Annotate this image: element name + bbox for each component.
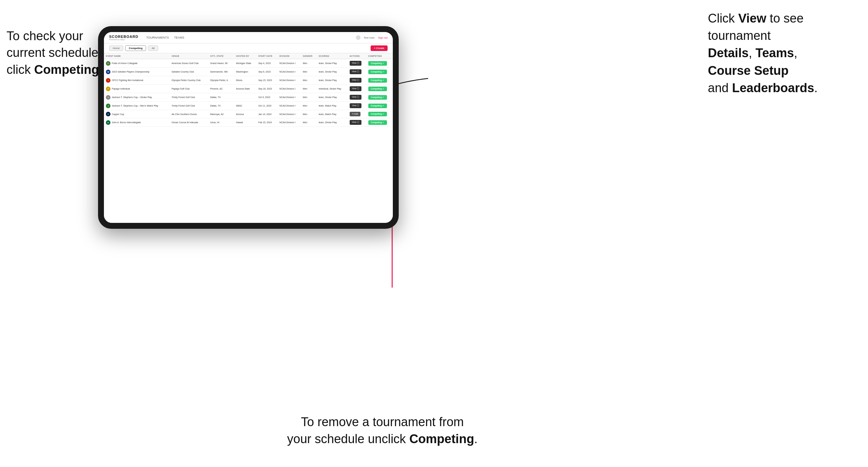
competing-button[interactable]: Competing ✓ xyxy=(368,78,387,83)
ann-details-bold: Details xyxy=(708,46,749,60)
cell-scoring: team, Stroke Play xyxy=(317,76,347,85)
cell-start-date: Sep 15, 2023 xyxy=(256,76,277,85)
create-button[interactable]: + Create xyxy=(371,45,388,51)
table-row: P Papago Individual Papago Golf Club Pho… xyxy=(104,85,393,93)
cell-event-name: H John A. Burns Intercollegiate xyxy=(104,118,169,127)
cell-event-name: F Folds of Honor Collegiate xyxy=(104,59,169,68)
view-button[interactable]: View ⓘ xyxy=(350,69,362,74)
cell-competing: Competing ✓ xyxy=(366,59,393,68)
filter-competing-button[interactable]: Competing xyxy=(125,45,146,51)
cell-scoring: team, Match Play xyxy=(317,102,347,110)
competing-button[interactable]: Competing ✓ xyxy=(368,103,387,108)
cell-hosted-by: Arizona State xyxy=(234,85,256,93)
cell-hosted-by: Arizona xyxy=(234,110,256,118)
cell-city: Maricopa, AZ xyxy=(208,110,234,118)
cell-city: Phoenix, AZ xyxy=(208,85,234,93)
event-name-text: Copper Cup xyxy=(112,113,124,115)
cell-city: Dallas, TX xyxy=(208,93,234,102)
cell-hosted-by xyxy=(234,93,256,102)
filter-bar: Home Competing All + Create xyxy=(104,43,393,53)
cell-actions: View ⓘ xyxy=(348,68,366,76)
competing-button[interactable]: Competing ✓ xyxy=(368,95,387,100)
cell-venue: Sahalee Country Club xyxy=(169,68,208,76)
view-button[interactable]: View ⓘ xyxy=(350,103,362,108)
competing-button[interactable]: Competing ✓ xyxy=(368,70,387,74)
view-button[interactable]: View ⓘ xyxy=(350,95,362,100)
logo-subtitle: Powered by clippi xyxy=(109,38,138,40)
cell-actions: View ⓘ xyxy=(348,76,366,85)
edit-button[interactable]: ✎ Edit xyxy=(350,112,361,116)
ann-bottom-competing: Competing xyxy=(409,432,474,446)
col-event-name: EVENT NAME xyxy=(104,53,169,59)
right-annotation: Click View to see tournament Details, Te… xyxy=(708,10,858,97)
logo-title: SCOREBOARD xyxy=(109,35,138,38)
nav-signout[interactable]: Sign out xyxy=(378,36,388,39)
col-city-state: CITY, STATE xyxy=(208,53,234,59)
cell-scoring: team, Stroke Play xyxy=(317,118,347,127)
tablet-screen: SCOREBOARD Powered by clippi TOURNAMENTS… xyxy=(104,32,393,223)
table-row: A Copper Cup Ak-Chin Southern Dunes Mari… xyxy=(104,110,393,118)
table-row: H John A. Burns Intercollegiate Ocean Co… xyxy=(104,118,393,127)
table-row: F Folds of Honor Collegiate American Dun… xyxy=(104,59,393,68)
filter-home-button[interactable]: Home xyxy=(109,45,123,51)
cell-start-date: Sep 18, 2023 xyxy=(256,85,277,93)
ann-leaderboards-bold: Leaderboards xyxy=(732,81,814,95)
nav-right: Test User Sign out xyxy=(356,35,388,40)
view-button[interactable]: View ⓘ xyxy=(350,61,362,66)
ann-coursesetup-bold: Course Setup xyxy=(708,64,788,77)
cell-hosted-by: ABAC xyxy=(234,102,256,110)
cell-venue: Trinity Forest Golf Club xyxy=(169,102,208,110)
cell-event-name: W 2023 Sahalee Players Championship xyxy=(104,68,169,76)
cell-hosted-by: Illinois xyxy=(234,76,256,85)
cell-hosted-by: Washington xyxy=(234,68,256,76)
cell-gender: Men xyxy=(301,110,317,118)
table-row: J Jackson T. Stephens Cup – Stroke Play … xyxy=(104,93,393,102)
view-button[interactable]: View ⓘ xyxy=(350,120,362,125)
cell-city: Olympia Fields, IL xyxy=(208,76,234,85)
cell-division: NCAA Division I xyxy=(277,93,301,102)
competing-button[interactable]: Competing ✓ xyxy=(368,87,387,91)
annotation-line3: click xyxy=(6,63,34,76)
cell-competing: Competing ✓ xyxy=(366,76,393,85)
ann-bottom-line2: your schedule unclick xyxy=(287,432,409,446)
view-button[interactable]: View ⓘ xyxy=(350,86,362,91)
cell-start-date: Oct 11, 2023 xyxy=(256,102,277,110)
cell-hosted-by: Hawaii xyxy=(234,118,256,127)
cell-division: NCAA Division I xyxy=(277,102,301,110)
table-row: W 2023 Sahalee Players Championship Saha… xyxy=(104,68,393,76)
ann-bottom-period: . xyxy=(474,432,478,446)
cell-gender: Men xyxy=(301,93,317,102)
nav-links: TOURNAMENTS TEAMS xyxy=(146,35,355,40)
cell-gender: Men xyxy=(301,85,317,93)
cell-event-name: J Jackson T. Stephens Cup – Men's Match … xyxy=(104,102,169,110)
cell-city: Dallas, TX xyxy=(208,102,234,110)
event-name-text: Papago Individual xyxy=(112,88,130,90)
filter-all-button[interactable]: All xyxy=(148,45,158,51)
competing-button[interactable]: Competing ✓ xyxy=(368,112,387,116)
bottom-annotation: To remove a tournament from your schedul… xyxy=(268,414,497,447)
ann-comma1: , xyxy=(749,46,755,60)
ann-teams-bold: Teams xyxy=(755,46,794,60)
team-logo-icon: H xyxy=(106,120,111,125)
competing-button[interactable]: Competing ✓ xyxy=(368,120,387,125)
competing-button[interactable]: Competing ✓ xyxy=(368,61,387,66)
cell-actions: ✎ Edit xyxy=(348,110,366,118)
cell-division: NCAA Division I xyxy=(277,110,301,118)
cell-scoring: team, Match Play xyxy=(317,110,347,118)
ann-view-bold: View xyxy=(738,11,766,25)
annotation-line2: current schedule, xyxy=(6,46,102,60)
event-name-text: Jackson T. Stephens Cup – Stroke Play xyxy=(112,96,152,98)
nav-tournaments[interactable]: TOURNAMENTS xyxy=(146,35,168,40)
tournaments-table-container: EVENT NAME VENUE CITY, STATE HOSTED BY S… xyxy=(104,53,393,223)
team-logo-icon: F xyxy=(106,61,111,66)
nav-teams[interactable]: TEAMS xyxy=(174,35,184,40)
view-button[interactable]: View ⓘ xyxy=(350,78,362,83)
event-name-text: OFCC Fighting Illini Invitational xyxy=(112,79,143,82)
cell-actions: View ⓘ xyxy=(348,118,366,127)
cell-gender: Men xyxy=(301,76,317,85)
team-logo-icon: I xyxy=(106,78,111,83)
table-row: I OFCC Fighting Illini Invitational Olym… xyxy=(104,76,393,85)
team-logo-icon: W xyxy=(106,70,111,74)
nav-bar: SCOREBOARD Powered by clippi TOURNAMENTS… xyxy=(104,32,393,43)
event-name-text: Folds of Honor Collegiate xyxy=(112,62,137,64)
